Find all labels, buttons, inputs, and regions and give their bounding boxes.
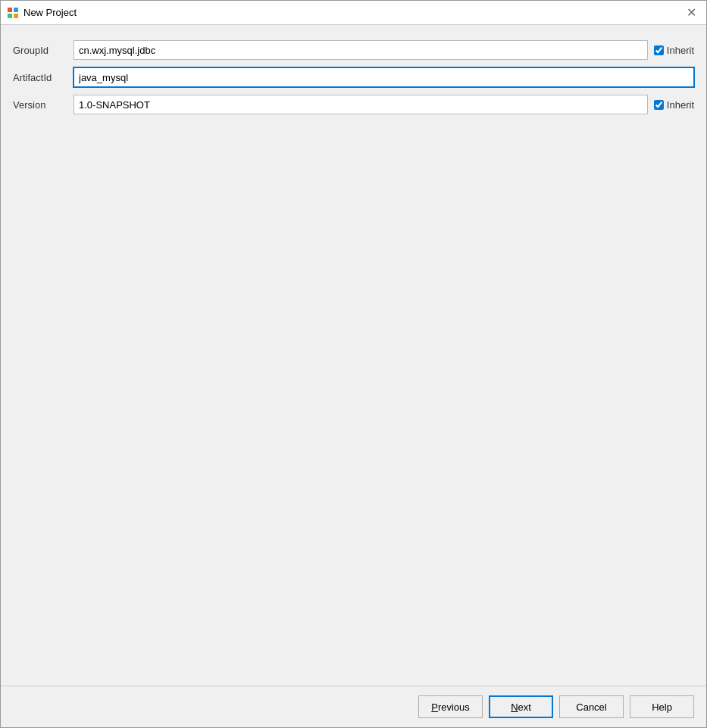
dialog-title: New Project (23, 7, 77, 18)
version-inherit-checkbox[interactable] (654, 100, 664, 110)
version-row: Version Inherit (13, 95, 694, 114)
bottom-bar: Previous Next Cancel Help (1, 686, 706, 727)
groupid-inherit-checkbox[interactable] (654, 45, 664, 55)
svg-rect-1 (14, 8, 18, 12)
version-inherit: Inherit (654, 99, 694, 111)
version-label: Version (13, 99, 74, 111)
groupid-inherit: Inherit (654, 45, 694, 56)
next-label: Next (511, 701, 531, 713)
help-button[interactable]: Help (630, 695, 694, 718)
artifactid-input[interactable] (74, 67, 694, 87)
previous-button[interactable]: Previous (418, 695, 483, 718)
cancel-label: Cancel (576, 701, 606, 713)
next-button[interactable]: Next (489, 695, 553, 718)
artifactid-label: ArtifactId (13, 72, 74, 83)
groupid-row: GroupId Inherit (13, 40, 694, 60)
groupid-inherit-label: Inherit (667, 45, 694, 56)
previous-label: Previous (431, 701, 470, 713)
help-label: Help (652, 701, 672, 713)
version-input[interactable] (74, 95, 648, 114)
app-icon (7, 7, 19, 19)
svg-rect-3 (14, 14, 18, 18)
svg-rect-2 (8, 14, 12, 18)
content-area: GroupId Inherit ArtifactId Version Inher… (1, 25, 706, 686)
title-bar: New Project ✕ (1, 1, 706, 25)
version-inherit-label: Inherit (667, 99, 694, 111)
new-project-dialog: New Project ✕ GroupId Inherit ArtifactId… (0, 0, 707, 728)
groupid-label: GroupId (13, 45, 74, 56)
close-button[interactable]: ✕ (682, 4, 700, 22)
artifactid-row: ArtifactId (13, 67, 694, 87)
title-bar-left: New Project (7, 7, 77, 19)
cancel-button[interactable]: Cancel (559, 695, 624, 718)
svg-rect-0 (8, 8, 12, 12)
content-spacer (13, 122, 694, 673)
groupid-input[interactable] (74, 40, 648, 60)
